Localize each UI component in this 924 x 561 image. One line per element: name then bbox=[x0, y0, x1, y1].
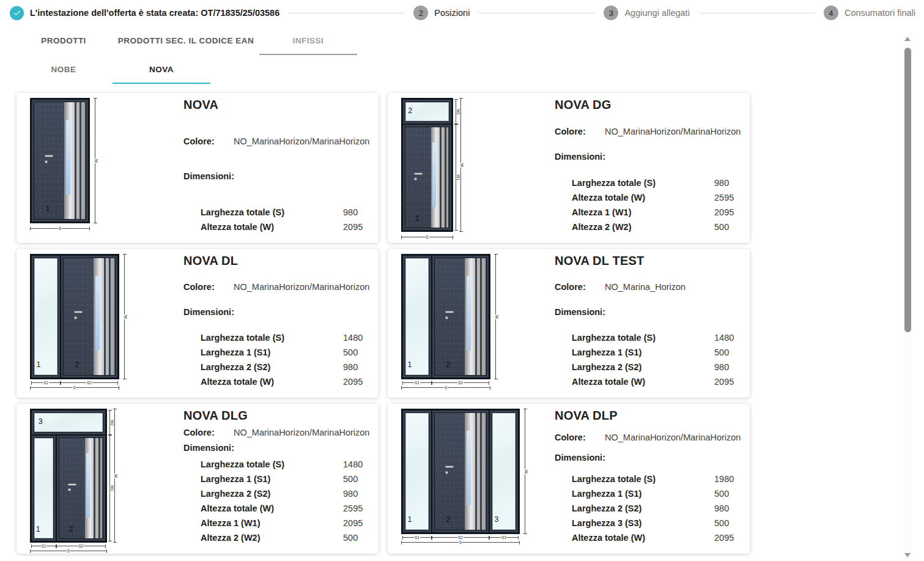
dimension-line: S2 bbox=[432, 382, 489, 383]
dimension-row: Larghezza totale (S)980 bbox=[555, 176, 741, 190]
dimension-row: Larghezza 2 (S2)980 bbox=[183, 360, 369, 374]
vertical-scrollbar[interactable] bbox=[904, 34, 912, 560]
stepper-connector bbox=[698, 13, 815, 13]
dimension-value: 2595 bbox=[714, 193, 734, 202]
dimension-row: Larghezza totale (S)1480 bbox=[555, 330, 739, 345]
step-completed[interactable]: L'intestazione dell'offerta è stata crea… bbox=[10, 6, 279, 20]
panel-number: 1 bbox=[36, 360, 40, 369]
tab-infissi[interactable]: INFISSI bbox=[259, 26, 357, 55]
product-info: NOVA Colore: NO_MarinaHorizon/MarinaHori… bbox=[167, 93, 380, 243]
dimension-value: 980 bbox=[343, 362, 358, 372]
dimension-label-text: Altezza totale (W) bbox=[572, 193, 714, 202]
pane-surface: 2 bbox=[63, 258, 116, 376]
tab-prodotti[interactable]: PRODOTTI bbox=[15, 26, 113, 55]
tab-nova[interactable]: NOVA bbox=[113, 55, 210, 84]
dimension-label: W2 bbox=[456, 108, 460, 116]
product-card[interactable]: 21SW2W1W NOVA DG Colore: NO_MarinaHorizo… bbox=[388, 93, 750, 243]
door-figure: 1SW bbox=[30, 98, 90, 234]
glass-strip bbox=[66, 120, 70, 195]
panel-number: 2 bbox=[75, 360, 79, 369]
dimension-label-text: Larghezza 1 (S1) bbox=[201, 474, 343, 484]
door-pane: 2 bbox=[432, 255, 489, 378]
pane-surface: 2 bbox=[434, 258, 487, 376]
door-lock-icon bbox=[45, 160, 48, 163]
dimension-label: W1 bbox=[456, 174, 460, 181]
dimension-label-text: Larghezza 1 (S1) bbox=[572, 489, 714, 499]
color-value: NO_MarinaHorizon/MarinaHorizon bbox=[605, 125, 741, 138]
panel-row: 12 bbox=[31, 435, 106, 541]
product-card[interactable]: 312S1S2SW2W1W NOVA DLG Colore: NO_Marina… bbox=[17, 404, 379, 554]
dimension-line: S2 bbox=[61, 382, 118, 383]
dimension-label: W bbox=[460, 162, 464, 167]
door-lock-icon bbox=[74, 316, 77, 319]
color-value: NO_MarinaHorizon/MarinaHorizon bbox=[605, 431, 741, 444]
color-label: Colore: bbox=[555, 281, 605, 293]
panel-row: 12 bbox=[402, 255, 489, 378]
dimension-label: W bbox=[94, 158, 98, 163]
dimension-value: 2595 bbox=[343, 503, 363, 513]
dimension-label: W1 bbox=[110, 485, 114, 492]
dimension-value: 980 bbox=[714, 362, 729, 372]
door-lock-icon bbox=[445, 316, 448, 319]
door-unit: 12 bbox=[30, 254, 119, 379]
dimension-value: 500 bbox=[714, 489, 729, 499]
dimension-rows: Larghezza totale (S)980Altezza totale (W… bbox=[183, 205, 369, 234]
color-value: NO_MarinaHorizon/MarinaHorizon bbox=[234, 426, 369, 439]
scroll-down-icon[interactable] bbox=[904, 553, 911, 557]
glass-pane: 1 bbox=[31, 255, 61, 378]
door-diagram: 312S1S2SW2W1W bbox=[17, 404, 167, 554]
door-lock-icon bbox=[445, 471, 448, 474]
dimension-row: Altezza totale (W)2595 bbox=[183, 501, 369, 516]
dimension-label: W bbox=[495, 314, 498, 319]
dimension-label: S bbox=[459, 541, 462, 544]
stepper-connector bbox=[288, 13, 405, 13]
product-card[interactable]: 1SW NOVA Colore: NO_MarinaHorizon/Marina… bbox=[17, 93, 379, 243]
color-value: NO_Marina_Horizon bbox=[605, 281, 686, 293]
scrollbar-thumb[interactable] bbox=[904, 48, 911, 332]
door-unit: 123 bbox=[401, 409, 520, 534]
color-label: Colore: bbox=[555, 431, 605, 444]
step-consumatori-finali[interactable]: 4 Consumatori finali bbox=[824, 6, 915, 20]
glass-pane: 3 bbox=[489, 410, 519, 533]
step-aggiungi-allegati[interactable]: 3 Aggiungi allegati bbox=[604, 6, 689, 20]
dimension-row: Larghezza 1 (S1)500 bbox=[183, 472, 369, 486]
tab-prodotti-sec-codice-ean[interactable]: PRODOTTI SEC. IL CODICE EAN bbox=[113, 26, 259, 55]
scroll-up-icon[interactable] bbox=[904, 37, 911, 41]
dimension-line: S bbox=[401, 237, 453, 237]
product-info: NOVA DL TEST Colore: NO_Marina_Horizon D… bbox=[538, 249, 750, 398]
dimension-row: Larghezza 1 (S1)500 bbox=[555, 486, 741, 501]
door-trim-band bbox=[465, 413, 486, 530]
glass-strip bbox=[432, 143, 436, 207]
step-posizioni[interactable]: 2 Posizioni bbox=[413, 6, 470, 20]
door-unit: 1 bbox=[30, 98, 90, 223]
product-card[interactable]: 12S1S2SW NOVA DL Colore: NO_MarinaHorizo… bbox=[17, 249, 379, 398]
product-title: NOVA DG bbox=[555, 97, 741, 113]
dimension-rows: Larghezza totale (S)1480Larghezza 1 (S1)… bbox=[555, 330, 739, 389]
dimension-label: S3 bbox=[501, 536, 507, 540]
dimension-value: 980 bbox=[714, 178, 729, 188]
color-row: Colore: NO_MarinaHorizon/MarinaHorizon bbox=[183, 426, 369, 439]
dimension-line: S bbox=[30, 551, 107, 551]
panel-number: 1 bbox=[415, 214, 419, 223]
color-label: Colore: bbox=[555, 125, 605, 138]
pane-surface: 3 bbox=[492, 412, 516, 530]
dimension-value: 500 bbox=[343, 347, 358, 357]
tab-nobe[interactable]: NOBE bbox=[15, 55, 113, 84]
product-card[interactable]: 123S1S2S3SW NOVA DLP Colore: NO_MarinaHo… bbox=[388, 404, 750, 554]
door-figure: 12S1S2SW bbox=[401, 254, 490, 390]
dimension-value: 1980 bbox=[714, 474, 734, 484]
color-row: Colore: NO_MarinaHorizon/MarinaHorizon bbox=[183, 135, 369, 147]
dimension-value: 2095 bbox=[714, 207, 734, 217]
dimension-value: 980 bbox=[714, 503, 729, 513]
product-card[interactable]: 12S1S2SW NOVA DL TEST Colore: NO_Marina_… bbox=[388, 249, 750, 398]
product-info: NOVA DG Colore: NO_MarinaHorizon/MarinaH… bbox=[538, 93, 752, 243]
door-handle-icon bbox=[74, 311, 83, 313]
dimension-row: Altezza totale (W)2095 bbox=[555, 530, 741, 545]
door-diagram: 12S1S2SW bbox=[388, 249, 538, 398]
dimensions-heading: Dimensioni: bbox=[555, 451, 741, 464]
dimension-label-text: Altezza 1 (W1) bbox=[201, 518, 343, 528]
panel-row: 1 bbox=[31, 99, 89, 222]
dimension-row: Larghezza 2 (S2)980 bbox=[555, 501, 741, 516]
dimension-line: S2 bbox=[56, 546, 106, 546]
dimension-label: S2 bbox=[78, 544, 84, 548]
